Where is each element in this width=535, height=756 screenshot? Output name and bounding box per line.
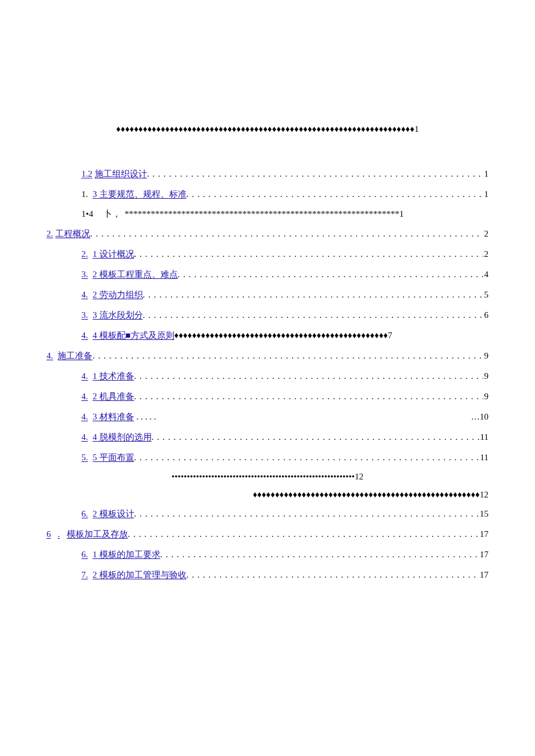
toc-1-4-num: 1•4 [81,209,93,219]
toc-entry-3-3: 3.3 流水段划分 6 [81,309,488,321]
toc-leader [134,248,483,260]
toc-leader [143,309,483,321]
toc-entry-4-2b: 4.2 机具准备 9 [81,390,488,403]
toc-entry-1-2: 1.2施工组织设计 1 [81,168,488,180]
toc-4-4a-fill: ♦♦♦♦♦♦♦♦♦♦♦♦♦♦♦♦♦♦♦♦♦♦♦♦♦♦♦♦♦♦♦♦♦♦♦♦♦♦♦♦… [174,329,393,342]
toc-entry-4: 4.施工准备 9 [47,350,488,362]
toc-page-no: 1 [484,168,489,180]
toc-entry-3-2a: 3.2 模板工程重点、难点 4 [81,268,488,281]
toc-leader [147,168,483,180]
toc-entry-7-2: 7.2 模板的加工管理与验收 17 [81,569,488,581]
toc-page-no: 17 [480,528,488,540]
toc-link-5-5[interactable]: 5.5 平面布置 [81,452,134,464]
toc-entry-2: 2.工程概况 2 [47,228,488,240]
toc-leader [152,431,479,443]
toc-link-4[interactable]: 4.施工准备 [47,350,92,362]
toc-page-no: 1 [484,188,489,200]
toc-page-no: 9 [484,390,489,403]
toc-entry-5-5: 5.5 平面布置 11 [81,452,488,464]
toc-link-3-2a[interactable]: 3.2 模板工程重点、难点 [81,268,178,281]
toc-page-no: 2 [484,228,489,240]
toc-entry-2-1: 2.1 设计概况 2 [81,248,488,260]
toc-entry-1-3: 1.3 主要规范、规程、标准 1 [81,188,488,200]
toc-link-6[interactable]: 6 . 模板加工及存放 [47,528,128,540]
top-fill-diamonds: ♦♦♦♦♦♦♦♦♦♦♦♦♦♦♦♦♦♦♦♦♦♦♦♦♦♦♦♦♦♦♦♦♦♦♦♦♦♦♦♦… [116,124,419,134]
toc-link-1-2[interactable]: 1.2施工组织设计 [81,168,147,180]
toc-leader [178,268,483,281]
top-margin-spacer [47,35,488,116]
toc-page-no: 11 [480,431,488,443]
toc-leader [134,390,483,403]
toc-page-no: 17 [480,569,488,581]
toc-leader [90,228,483,240]
toc-link-4-4b[interactable]: 4.4 脱模剂的选用 [81,431,152,443]
toc-mid-fill-diamonds: ♦♦♦♦♦♦♦♦♦♦♦♦♦♦♦♦♦♦♦♦♦♦♦♦♦♦♦♦♦♦♦♦♦♦♦♦♦♦♦♦… [47,490,488,500]
toc-page-no: 17 [480,549,488,561]
toc-leader [128,528,479,540]
toc-entry-6-2: 6.2 模板设计 15 [81,508,488,520]
toc-entry-6: 6 . 模板加工及存放 17 [47,528,488,540]
toc-link-2[interactable]: 2.工程概况 [47,228,90,240]
toc-page-no: 5 [484,289,489,301]
toc-page-no: 11 [480,452,488,464]
toc-page-no: 15 [480,508,488,520]
toc-page-no: 2 [484,248,489,260]
document-page: ♦♦♦♦♦♦♦♦♦♦♦♦♦♦♦♦♦♦♦♦♦♦♦♦♦♦♦♦♦♦♦♦♦♦♦♦♦♦♦♦… [0,0,535,756]
toc-leader [187,188,483,200]
toc-leader [134,370,483,382]
toc-link-6-1[interactable]: 6.1 模板的加工要求 [81,549,160,561]
toc-entry-4-4b: 4.4 脱模剂的选用 11 [81,431,488,443]
toc-entry-6-1: 6.1 模板的加工要求 17 [81,549,488,561]
toc-page-no: 4 [484,268,489,281]
toc-entry-1-4: 1•4 卜， *********************************… [81,209,454,220]
toc-link-2-1[interactable]: 2.1 设计概况 [81,248,134,260]
toc-entry-4-4a: 4.4 模板配■方式及原则 ♦♦♦♦♦♦♦♦♦♦♦♦♦♦♦♦♦♦♦♦♦♦♦♦♦♦… [81,329,488,342]
toc-mid-fill-bullets: ••••••••••••••••••••••••••••••••••••••••… [47,472,488,482]
toc-leader [187,569,479,581]
toc-4-3-trail-left: . . . . . [137,411,156,423]
toc-page-no: 6 [484,309,489,321]
toc-page-no: 9 [484,370,489,382]
toc-link-4-3[interactable]: 4.3 材料准备 [81,411,134,423]
toc-leader [143,289,483,301]
toc-top-fill-line: ♦♦♦♦♦♦♦♦♦♦♦♦♦♦♦♦♦♦♦♦♦♦♦♦♦♦♦♦♦♦♦♦♦♦♦♦♦♦♦♦… [47,124,488,134]
toc-link-7-2[interactable]: 7.2 模板的加工管理与验收 [81,569,187,581]
toc-link-4-4a[interactable]: 4.4 模板配■方式及原则 [81,329,174,342]
toc-link-4-2a[interactable]: 4.2 劳动力组织 [81,289,143,301]
toc-leader [134,452,479,464]
toc-entry-4-1: 4.1 技术准备 9 [81,370,488,382]
toc-1-4-fill: ****************************************… [124,209,404,219]
toc-link-4-2b[interactable]: 4.2 机具准备 [81,390,134,403]
toc-link-1-3[interactable]: 1.3 主要规范、规程、标准 [81,188,187,200]
toc-link-4-1[interactable]: 4.1 技术准备 [81,370,134,382]
toc-entry-4-2a: 4.2 劳动力组织 5 [81,289,488,301]
toc-leader [92,350,483,362]
toc-link-6-2[interactable]: 6.2 模板设计 [81,508,134,520]
toc-entry-4-3: 4.3 材料准备 . . . . . …10 [81,411,488,423]
toc-4-3-trail-right: …10 [471,411,488,423]
toc-1-4-mid: 卜， [104,209,121,220]
toc-leader [160,549,479,561]
toc-link-3-3[interactable]: 3.3 流水段划分 [81,309,143,321]
toc-leader [134,508,479,520]
toc-page-no: 9 [484,350,489,362]
